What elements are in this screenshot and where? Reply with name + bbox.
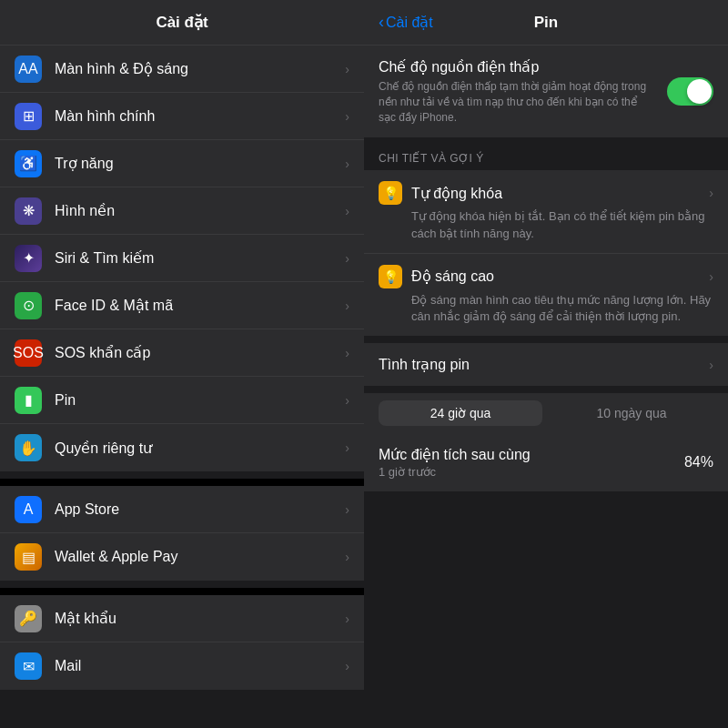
settings-item-wallpaper[interactable]: ❋Hình nền› xyxy=(0,187,364,235)
chevron-appstore: › xyxy=(345,502,349,517)
detail-icon-auto-lock: 💡 xyxy=(379,181,402,205)
low-power-section: Chế độ nguồn điện thấp Chế độ nguồn điện… xyxy=(364,46,728,137)
label-mail: Mail xyxy=(55,658,345,674)
detail-title-auto-lock: Tự động khóa xyxy=(411,185,709,202)
settings-item-battery[interactable]: ▮Pin› xyxy=(0,377,364,424)
left-title: Cài đặt xyxy=(156,14,207,31)
icon-appstore: A xyxy=(15,496,42,523)
label-privacy: Quyền riêng tư xyxy=(55,440,345,457)
toggle-knob xyxy=(687,79,712,104)
settings-group-0: AAMàn hình & Độ sáng›⊞Màn hình chính›♿Tr… xyxy=(0,46,364,471)
detail-section: 💡Tự động khóa›Tự động khóa hiện bị tắt. … xyxy=(364,170,728,336)
chevron-sos: › xyxy=(345,346,349,360)
settings-item-appstore[interactable]: AApp Store› xyxy=(0,486,364,533)
label-battery: Pin xyxy=(55,392,345,409)
battery-percent: 84% xyxy=(684,454,713,470)
icon-password: 🔑 xyxy=(15,605,42,632)
detail-icon-brightness: 💡 xyxy=(379,265,402,288)
settings-item-wallet[interactable]: ▤Wallet & Apple Pay› xyxy=(0,533,364,581)
back-button[interactable]: ‹ Cài đặt xyxy=(379,13,433,32)
right-panel: ‹ Cài đặt Pin Chế độ nguồn điện thấp Chế… xyxy=(364,0,728,728)
lpm-title: Chế độ nguồn điện thấp xyxy=(379,58,656,76)
label-home-screen: Màn hình chính xyxy=(55,108,345,125)
left-header: Cài đặt xyxy=(0,0,364,46)
settings-item-siri[interactable]: ✦Siri & Tìm kiếm› xyxy=(0,235,364,282)
back-icon: ‹ xyxy=(379,13,384,32)
last-charge-sub: 1 giờ trước xyxy=(379,465,531,479)
time-tabs: 24 giờ qua10 ngày qua xyxy=(364,393,728,433)
lpm-left: Chế độ nguồn điện thấp Chế độ nguồn điện… xyxy=(379,58,656,125)
detail-desc-auto-lock: Tự động khóa hiện bị tắt. Bạn có thể tiế… xyxy=(379,208,713,241)
battery-status-title: Tình trạng pin xyxy=(379,356,470,373)
icon-sos: SOS xyxy=(15,339,42,367)
settings-group-1: AApp Store›▤Wallet & Apple Pay› xyxy=(0,479,364,581)
chevron-privacy: › xyxy=(345,440,349,455)
chevron-wallet: › xyxy=(345,550,349,564)
time-tab-0[interactable]: 24 giờ qua xyxy=(379,400,542,426)
detail-title-brightness: Độ sáng cao xyxy=(411,268,709,285)
chevron-display: › xyxy=(345,62,349,76)
icon-wallpaper: ❋ xyxy=(15,197,42,225)
settings-item-display[interactable]: AAMàn hình & Độ sáng› xyxy=(0,46,364,93)
settings-list: AAMàn hình & Độ sáng›⊞Màn hình chính›♿Tr… xyxy=(0,46,364,728)
left-panel: Cài đặt AAMàn hình & Độ sáng›⊞Màn hình c… xyxy=(0,0,364,728)
time-tab-1[interactable]: 10 ngày qua xyxy=(550,400,713,426)
settings-item-sos[interactable]: SOSSOS khẩn cấp› xyxy=(0,329,364,377)
settings-item-accessibility[interactable]: ♿Trợ năng› xyxy=(0,140,364,187)
detail-item-top: 💡Tự động khóa› xyxy=(379,181,713,205)
label-password: Mật khẩu xyxy=(55,610,345,627)
lpm-desc: Chế độ nguồn điện thấp tạm thời giảm hoạ… xyxy=(379,79,656,125)
chevron-wallpaper: › xyxy=(345,204,349,218)
label-wallpaper: Hình nền xyxy=(55,202,345,219)
icon-wallet: ▤ xyxy=(15,543,42,571)
battery-info: Mức điện tích sau cùng 1 giờ trước 84% xyxy=(364,433,728,491)
chevron-siri: › xyxy=(345,251,349,266)
settings-item-faceid[interactable]: ⊙Face ID & Mật mã› xyxy=(0,282,364,329)
label-appstore: App Store xyxy=(55,501,345,518)
battery-info-left: Mức điện tích sau cùng 1 giờ trước xyxy=(379,446,531,479)
back-label: Cài đặt xyxy=(386,14,433,31)
icon-faceid: ⊙ xyxy=(15,292,42,319)
icon-privacy: ✋ xyxy=(15,434,42,461)
detail-item-top: 💡Độ sáng cao› xyxy=(379,265,713,288)
right-content: Chế độ nguồn điện thấp Chế độ nguồn điện… xyxy=(364,46,728,728)
label-faceid: Face ID & Mật mã xyxy=(55,297,345,314)
detail-item-brightness[interactable]: 💡Độ sáng cao›Độ sáng màn hình cao tiêu t… xyxy=(364,254,728,336)
chevron-accessibility: › xyxy=(345,157,349,171)
label-sos: SOS khẩn cấp xyxy=(55,344,345,361)
settings-item-home-screen[interactable]: ⊞Màn hình chính› xyxy=(0,93,364,140)
label-wallet: Wallet & Apple Pay xyxy=(55,549,345,565)
settings-item-password[interactable]: 🔑Mật khẩu› xyxy=(0,595,364,642)
settings-group-2: 🔑Mật khẩu›✉Mail› xyxy=(0,588,364,690)
right-title: Pin xyxy=(534,14,558,32)
last-charge-title: Mức điện tích sau cùng xyxy=(379,446,531,463)
right-header: ‹ Cài đặt Pin xyxy=(364,0,728,46)
icon-battery: ▮ xyxy=(15,387,42,414)
detail-chevron-auto-lock: › xyxy=(709,186,713,200)
label-siri: Siri & Tìm kiếm xyxy=(55,249,345,267)
section-header: CHI TIẾT VÀ GỢI Ý xyxy=(364,145,728,170)
battery-status-item[interactable]: Tình trạng pin › xyxy=(364,343,728,386)
chevron-battery: › xyxy=(345,393,349,408)
label-display: Màn hình & Độ sáng xyxy=(55,60,345,77)
icon-mail: ✉ xyxy=(15,652,42,680)
chevron-faceid: › xyxy=(345,298,349,313)
battery-status-chevron: › xyxy=(709,358,713,372)
chevron-mail: › xyxy=(345,659,349,673)
icon-accessibility: ♿ xyxy=(15,150,42,177)
icon-siri: ✦ xyxy=(15,245,42,272)
detail-desc-brightness: Độ sáng màn hình cao tiêu thụ mức năng l… xyxy=(379,292,713,325)
settings-item-privacy[interactable]: ✋Quyền riêng tư› xyxy=(0,424,364,471)
low-power-toggle[interactable] xyxy=(667,77,713,106)
chevron-home-screen: › xyxy=(345,109,349,124)
chevron-password: › xyxy=(345,612,349,626)
detail-chevron-brightness: › xyxy=(709,269,713,284)
icon-home-screen: ⊞ xyxy=(15,103,42,130)
icon-display: AA xyxy=(15,56,42,83)
settings-item-mail[interactable]: ✉Mail› xyxy=(0,642,364,690)
label-accessibility: Trợ năng xyxy=(55,155,345,172)
detail-item-auto-lock[interactable]: 💡Tự động khóa›Tự động khóa hiện bị tắt. … xyxy=(364,170,728,253)
